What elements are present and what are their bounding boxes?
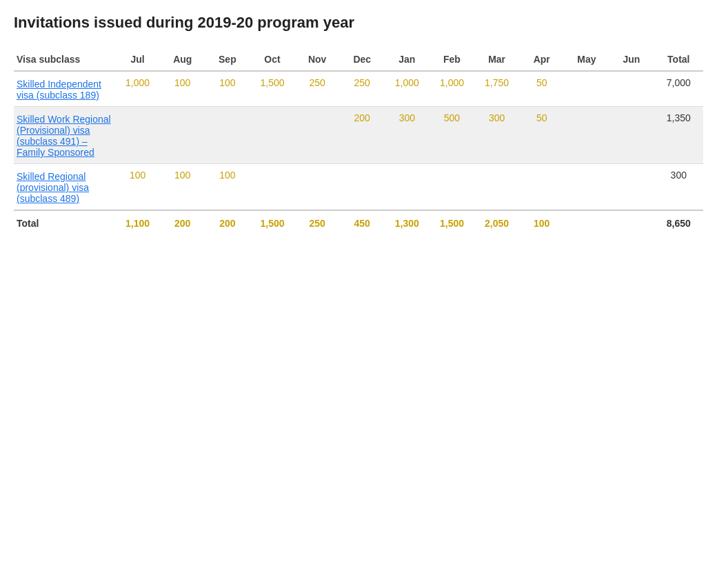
col-header-jun: Jun <box>609 48 654 71</box>
cell-nov-2 <box>295 164 340 211</box>
cell-may-0 <box>564 71 609 107</box>
cell-may-2 <box>564 164 609 211</box>
cell-jan-0: 1,000 <box>385 71 430 107</box>
cell-apr-0: 50 <box>519 71 564 107</box>
cell-feb-2 <box>430 164 474 211</box>
cell-mar-1: 300 <box>474 107 519 164</box>
footer-oct: 1,500 <box>250 210 294 236</box>
cell-nov-1 <box>295 107 340 164</box>
cell-apr-2 <box>519 164 564 211</box>
cell-total-2: 300 <box>654 164 703 211</box>
cell-sep-1 <box>205 107 250 164</box>
cell-visa-0: Skilled Independent visa (subclass 189) <box>14 71 115 107</box>
footer-dec: 450 <box>340 210 385 236</box>
cell-mar-0: 1,750 <box>474 71 519 107</box>
cell-jul-0: 1,000 <box>115 71 160 107</box>
table-row: Skilled Regional (provisional) visa (sub… <box>14 164 703 211</box>
col-header-visa: Visa subclass <box>14 48 115 71</box>
cell-jun-2 <box>609 164 654 211</box>
cell-feb-1: 500 <box>430 107 474 164</box>
cell-jan-1: 300 <box>385 107 430 164</box>
footer-total: 8,650 <box>654 210 703 236</box>
cell-nov-0: 250 <box>295 71 340 107</box>
cell-total-1: 1,350 <box>654 107 703 164</box>
table-row: Skilled Independent visa (subclass 189)1… <box>14 71 703 107</box>
table-row: Skilled Work Regional (Provisional) visa… <box>14 107 703 164</box>
footer-nov: 250 <box>295 210 340 236</box>
footer-may <box>564 210 609 236</box>
cell-sep-0: 100 <box>205 71 250 107</box>
footer-mar: 2,050 <box>474 210 519 236</box>
footer-sep: 200 <box>205 210 250 236</box>
cell-apr-1: 50 <box>519 107 564 164</box>
table-footer-row: Total 1,100 200 200 1,500 250 450 1,300 … <box>14 210 703 236</box>
footer-jul: 1,100 <box>115 210 160 236</box>
visa-link-1[interactable]: Skilled Work Regional (Provisional) visa… <box>17 114 111 158</box>
col-header-nov: Nov <box>295 48 340 71</box>
col-header-mar: Mar <box>474 48 519 71</box>
cell-feb-0: 1,000 <box>430 71 474 107</box>
cell-visa-2: Skilled Regional (provisional) visa (sub… <box>14 164 115 211</box>
col-header-oct: Oct <box>250 48 294 71</box>
invitations-table: Visa subclass Jul Aug Sep Oct Nov Dec Ja… <box>14 48 703 236</box>
col-header-jan: Jan <box>385 48 430 71</box>
cell-jul-2: 100 <box>115 164 160 211</box>
col-header-may: May <box>564 48 609 71</box>
col-header-jul: Jul <box>115 48 160 71</box>
page-title: Invitations issued during 2019-20 progra… <box>14 14 703 32</box>
cell-jun-0 <box>609 71 654 107</box>
footer-feb: 1,500 <box>430 210 474 236</box>
visa-link-0[interactable]: Skilled Independent visa (subclass 189) <box>17 79 101 101</box>
col-header-feb: Feb <box>430 48 474 71</box>
cell-oct-0: 1,500 <box>250 71 294 107</box>
footer-jun <box>609 210 654 236</box>
cell-jul-1 <box>115 107 160 164</box>
col-header-aug: Aug <box>160 48 205 71</box>
cell-oct-2 <box>250 164 294 211</box>
visa-link-2[interactable]: Skilled Regional (provisional) visa (sub… <box>17 171 89 204</box>
cell-may-1 <box>564 107 609 164</box>
cell-dec-0: 250 <box>340 71 385 107</box>
cell-oct-1 <box>250 107 294 164</box>
cell-jan-2 <box>385 164 430 211</box>
cell-total-0: 7,000 <box>654 71 703 107</box>
col-header-total: Total <box>654 48 703 71</box>
cell-aug-0: 100 <box>160 71 205 107</box>
cell-visa-1: Skilled Work Regional (Provisional) visa… <box>14 107 115 164</box>
footer-jan: 1,300 <box>385 210 430 236</box>
col-header-dec: Dec <box>340 48 385 71</box>
cell-sep-2: 100 <box>205 164 250 211</box>
footer-aug: 200 <box>160 210 205 236</box>
cell-dec-1: 200 <box>340 107 385 164</box>
col-header-sep: Sep <box>205 48 250 71</box>
cell-aug-2: 100 <box>160 164 205 211</box>
footer-label: Total <box>14 210 115 236</box>
cell-jun-1 <box>609 107 654 164</box>
col-header-apr: Apr <box>519 48 564 71</box>
cell-mar-2 <box>474 164 519 211</box>
footer-apr: 100 <box>519 210 564 236</box>
cell-aug-1 <box>160 107 205 164</box>
cell-dec-2 <box>340 164 385 211</box>
